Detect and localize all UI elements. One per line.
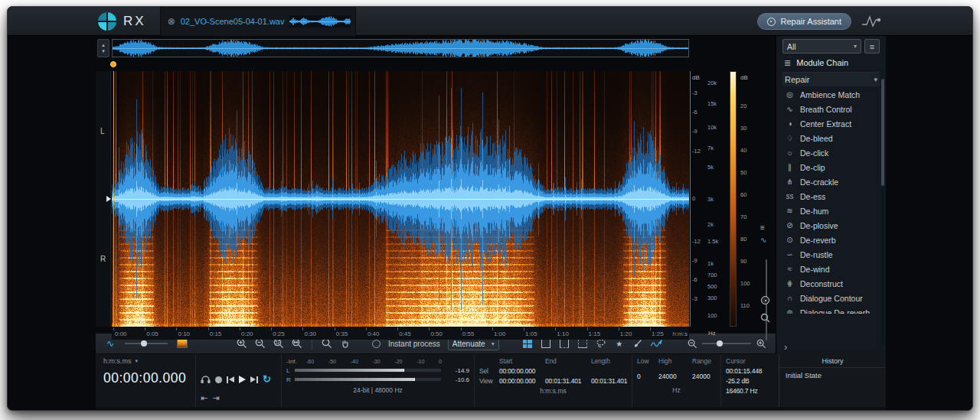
cursor-header: Cursor (726, 357, 774, 365)
module-chain-icon: ≣ (784, 58, 791, 68)
freq-label: 1.5k (707, 238, 718, 245)
range-header: Range (692, 357, 721, 365)
loop-button[interactable]: ↻ (263, 375, 271, 384)
next-button[interactable] (250, 376, 258, 383)
module-chain-item[interactable]: ≣ Module Chain (782, 54, 880, 73)
sidebar-expand-icon[interactable]: › (784, 342, 787, 352)
module-item-de-ess[interactable]: ssDe-ess (782, 189, 880, 203)
sidebar-scrollbar[interactable] (881, 77, 884, 345)
module-item-de-rustle[interactable]: ∽De-rustle (782, 247, 880, 262)
hzoom-slider[interactable] (702, 343, 751, 344)
spinner-up-icon[interactable]: ▴ (102, 42, 105, 48)
view-controls: ≡ ∿ (759, 71, 774, 327)
spectrogram-view[interactable] (112, 71, 689, 327)
layers-icon[interactable]: ≡ (760, 224, 765, 232)
tab-waveform-thumbnail (289, 15, 351, 28)
playhead-marker[interactable] (110, 61, 116, 67)
module-item-de-hum[interactable]: ≋De-hum (782, 203, 880, 218)
module-item-de-reverb[interactable]: ⊙De-reverb (782, 233, 880, 247)
sel-row-label: Sel (479, 367, 499, 375)
cursor-level-value: -25.2 dB (726, 377, 774, 385)
signal-chain-icon[interactable] (861, 14, 880, 29)
wave-db-ruler: -3-6-9-120-12-9-6-3 (690, 71, 705, 327)
time-format-select[interactable]: h:m:s.ms ▾ (103, 357, 191, 365)
status-panel: h:m:s.ms ▾ 00:00:00.000 ↻ ⇤ ⇥ (96, 354, 886, 411)
wave-db-label: -6 (692, 276, 697, 283)
overview-waveform-canvas[interactable] (113, 40, 688, 57)
freq-label: 1k (707, 259, 714, 266)
legend-db-label: 60 (740, 191, 746, 198)
record-button[interactable] (215, 376, 222, 383)
history-item[interactable]: Initial State (779, 368, 886, 383)
play-button[interactable] (239, 376, 246, 383)
hzoom-slider-knob[interactable] (717, 340, 723, 347)
app-name: RX (123, 14, 146, 29)
spectrogram-color-legend (730, 71, 737, 327)
file-tab[interactable]: ⊗ 02_VO-Scene05-04-01.wav (160, 7, 356, 36)
module-item-de-plosive[interactable]: ⊘De-plosive (782, 218, 880, 233)
vertical-zoom-icon[interactable] (760, 313, 770, 324)
wave-db-label: -9 (692, 128, 697, 135)
wave-db-label: -3 (692, 90, 697, 96)
de-hum-icon: ≋ (784, 207, 795, 215)
center-extract-icon: ◑ (784, 119, 795, 128)
breath-control-icon: ∿ (784, 105, 795, 113)
legend-ruler: 2030405060708090100110 (739, 71, 757, 327)
level-meters: -Inf. -60-50-40-30-20-100 L -14.9 R -10.… (281, 354, 474, 407)
overview-strip[interactable] (112, 39, 689, 57)
monitor-headphones-icon[interactable] (201, 373, 211, 386)
module-item-de-wind[interactable]: ≈De-wind (782, 262, 880, 276)
chevron-down-icon: ▾ (874, 76, 877, 83)
freq-label: 15k (707, 99, 717, 106)
module-item-label: De-plosive (800, 221, 838, 230)
module-filter-select[interactable]: All ▾ (782, 39, 861, 54)
waveform-toggle-icon[interactable]: ∿ (760, 236, 766, 244)
time-tick: 1:00 (492, 330, 506, 337)
spectrogram-canvas[interactable] (112, 71, 689, 327)
time-unit-label: h:m:s (672, 330, 688, 337)
module-item-de-clip[interactable]: ∥De-clip (782, 160, 880, 174)
time-tick: 0:15 (208, 330, 222, 337)
chevron-down-icon: ▾ (136, 358, 139, 364)
repair-assistant-button[interactable]: Repair Assistant (757, 13, 851, 30)
spinner-down-icon[interactable]: ▾ (102, 48, 105, 54)
module-item-de-bleed[interactable]: ♢De-bleed (782, 131, 880, 145)
module-item-breath-control[interactable]: ∿Breath Control (782, 102, 880, 116)
vertical-zoom-knob[interactable] (761, 296, 769, 304)
module-item-dialogue-de-reverb[interactable]: ⊚Dialogue De-reverb (782, 305, 880, 314)
instant-process-toggle[interactable] (372, 340, 381, 348)
rx-logo-icon (98, 12, 116, 31)
sidebar-scrollbar-thumb[interactable] (881, 79, 884, 186)
goto-selection-end-button[interactable]: ⇥ (212, 394, 219, 402)
freq-label: 300 (707, 294, 717, 301)
module-item-label: De-hum (800, 207, 828, 216)
goto-selection-start-button[interactable]: ⇤ (201, 394, 207, 402)
current-time-display: 00:00:00.000 (103, 370, 191, 386)
blend-slider[interactable] (125, 343, 168, 344)
time-ruler[interactable]: h:m:s 0:000:050:100:150:200:250:300:350:… (112, 327, 689, 340)
module-item-label: De-wind (800, 265, 830, 274)
ambience-match-icon: ◎ (784, 90, 795, 99)
channel-label-right: R (100, 255, 106, 263)
view-spinner[interactable]: ▴ ▾ (97, 39, 109, 57)
module-item-de-click[interactable]: ☼De-click (782, 145, 880, 160)
meter-right-value: -10.6 (446, 376, 469, 383)
module-item-ambience-match[interactable]: ◎Ambience Match (782, 87, 880, 102)
repair-section-header[interactable]: Repair ▾ (782, 73, 880, 87)
audio-format-info: 24-bit | 48000 Hz (286, 386, 469, 394)
view-start-value: 00:00:00.000 (499, 377, 545, 385)
wave-db-label: 0 (692, 194, 695, 201)
close-tab-icon[interactable]: ⊗ (168, 17, 175, 26)
module-item-dialogue-contour[interactable]: ∩Dialogue Contour (782, 291, 880, 305)
process-mode-value: Attenuate (452, 340, 485, 348)
module-item-deconstruct[interactable]: ⋕Deconstruct (782, 276, 880, 291)
time-display-section: h:m:s.ms ▾ 00:00:00.000 (96, 354, 195, 407)
module-item-center-extract[interactable]: ◑Center Extract (782, 116, 880, 131)
channel-label-left: L (100, 127, 105, 135)
module-item-de-crackle[interactable]: ⋔De-crackle (782, 174, 880, 189)
module-list-menu-button[interactable]: ≡ (864, 39, 880, 54)
module-chain-label: Module Chain (796, 58, 848, 67)
blend-slider-knob[interactable] (141, 340, 147, 347)
workspace: ▴ ▾ L R (96, 36, 886, 411)
prev-button[interactable] (227, 376, 234, 383)
